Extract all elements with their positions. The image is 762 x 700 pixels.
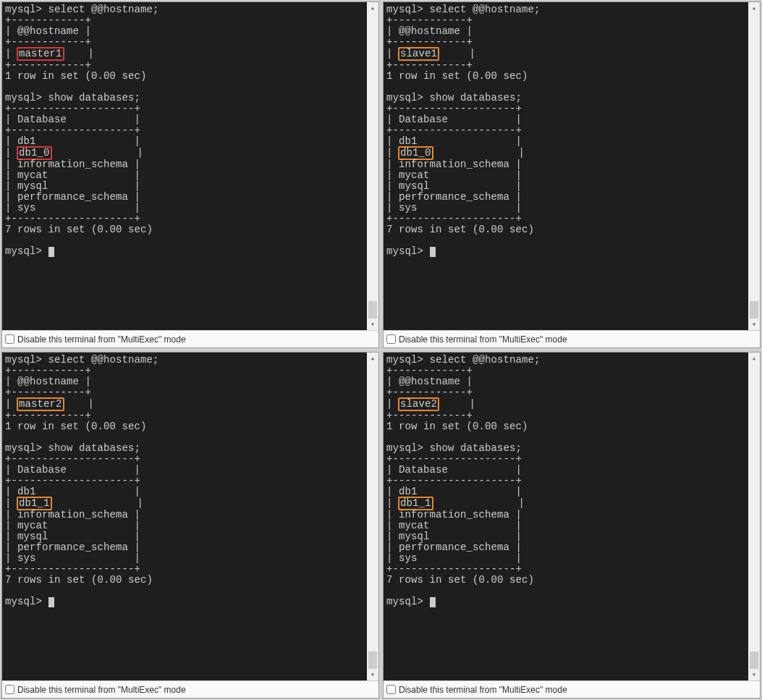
disable-multiexec-checkbox[interactable] (386, 334, 396, 344)
scroll-up-icon[interactable]: ▴ (748, 2, 760, 14)
db-row: performance_schema (17, 541, 128, 553)
hostname-value: slave2 (398, 397, 439, 411)
db-row: performance_schema (399, 541, 509, 553)
result-summary: 1 row in set (0.00 sec) (386, 421, 528, 432)
db-row: sys (399, 552, 418, 564)
result-summary: 7 rows in set (0.00 sec) (386, 574, 534, 586)
cmd: select @@hostname; (430, 4, 541, 15)
scroll-down-icon[interactable]: ▾ (748, 319, 760, 330)
db-row: sys (399, 202, 418, 214)
cursor-icon (48, 597, 54, 607)
result-summary: 7 rows in set (0.00 sec) (5, 574, 153, 586)
db-row: information_schema (17, 509, 128, 520)
col-header: @@hostname (399, 376, 460, 387)
terminal-panel-4: mysql> select @@hostname; +------------+… (383, 352, 761, 699)
cmd: select @@hostname; (430, 354, 541, 366)
scroll-thumb[interactable] (750, 301, 758, 319)
col-header: @@hostname (17, 376, 79, 387)
panel-footer: Disable this terminal from "MultiExec" m… (2, 330, 378, 347)
cursor-icon (48, 247, 54, 257)
vertical-scrollbar[interactable]: ▴ ▾ (748, 353, 760, 680)
db-row: db1 (399, 486, 418, 497)
vertical-scrollbar[interactable]: ▴ ▾ (367, 353, 378, 680)
scroll-thumb[interactable] (368, 301, 377, 319)
db-row: mycat (17, 520, 48, 531)
hostname-value: slave1 (398, 47, 439, 61)
panel-footer: Disable this terminal from "MultiExec" m… (384, 680, 760, 698)
vertical-scrollbar[interactable]: ▴ ▾ (367, 2, 378, 330)
prompt: mysql> (5, 354, 42, 366)
prompt: mysql> (5, 442, 42, 454)
hostname-value: master1 (17, 47, 64, 61)
prompt: mysql> (386, 442, 423, 454)
scroll-track[interactable] (748, 364, 760, 669)
db-row: information_schema (399, 159, 509, 170)
prompt: mysql> (386, 92, 423, 104)
scroll-track[interactable] (748, 14, 760, 319)
db-row: performance_schema (399, 191, 509, 203)
scroll-down-icon[interactable]: ▾ (367, 319, 378, 330)
panel-footer: Disable this terminal from "MultiExec" m… (2, 680, 378, 698)
disable-multiexec-checkbox[interactable] (386, 685, 396, 694)
cmd: show databases; (430, 92, 522, 104)
prompt: mysql> (386, 4, 423, 15)
scroll-down-icon[interactable]: ▾ (367, 669, 378, 680)
db-row: mysql (399, 180, 430, 192)
col-header: Database (17, 464, 67, 476)
db-row: db1 (399, 135, 418, 147)
scroll-thumb[interactable] (368, 651, 377, 669)
db-row: mycat (399, 169, 430, 181)
db-row: performance_schema (17, 191, 128, 203)
col-header: Database (399, 464, 448, 476)
db-row: mycat (399, 520, 430, 531)
terminal-output[interactable]: mysql> select @@hostname; +------------+… (2, 353, 367, 680)
cursor-icon (430, 247, 436, 257)
db-row: mysql (17, 531, 48, 542)
cmd: show databases; (48, 442, 141, 454)
prompt: mysql> (5, 596, 42, 607)
scroll-thumb[interactable] (750, 651, 758, 669)
prompt: mysql> (5, 4, 42, 15)
scroll-track[interactable] (367, 364, 378, 669)
prompt: mysql> (386, 354, 423, 366)
footer-label: Disable this terminal from "MultiExec" m… (399, 685, 567, 695)
db-row: mysql (399, 531, 430, 542)
col-header: @@hostname (17, 25, 79, 37)
cmd: show databases; (430, 442, 522, 454)
prompt: mysql> (5, 92, 42, 104)
result-summary: 1 row in set (0.00 sec) (5, 421, 147, 432)
db-row: mysql (17, 180, 48, 192)
vertical-scrollbar[interactable]: ▴ ▾ (748, 2, 760, 330)
terminal-output[interactable]: mysql> select @@hostname; +------------+… (384, 353, 748, 680)
cmd: show databases; (48, 92, 141, 104)
db-row: db1 (17, 486, 36, 497)
panel-footer: Disable this terminal from "MultiExec" m… (384, 330, 760, 347)
col-header: Database (399, 114, 448, 125)
result-summary: 7 rows in set (0.00 sec) (5, 224, 153, 235)
db-row: sys (17, 552, 36, 564)
hostname-value: master2 (17, 397, 64, 411)
scroll-up-icon[interactable]: ▴ (367, 353, 378, 364)
db-row: mycat (17, 169, 48, 181)
col-header: Database (17, 114, 67, 125)
cmd: select @@hostname; (48, 4, 159, 15)
terminal-panel-1: mysql> select @@hostname; +------------+… (1, 1, 379, 348)
terminal-panel-3: mysql> select @@hostname; +------------+… (1, 352, 379, 699)
scroll-up-icon[interactable]: ▴ (367, 2, 378, 14)
scroll-up-icon[interactable]: ▴ (748, 353, 760, 364)
scroll-track[interactable] (367, 14, 378, 319)
db-row: information_schema (399, 509, 509, 520)
cmd: select @@hostname; (48, 354, 159, 366)
prompt: mysql> (5, 245, 42, 257)
prompt: mysql> (386, 596, 423, 607)
disable-multiexec-checkbox[interactable] (5, 685, 14, 694)
db-row: db1 (17, 135, 36, 147)
footer-label: Disable this terminal from "MultiExec" m… (17, 685, 186, 695)
terminal-output[interactable]: mysql> select @@hostname; +------------+… (2, 2, 367, 330)
disable-multiexec-checkbox[interactable] (5, 334, 14, 344)
terminal-panel-2: mysql> select @@hostname; +------------+… (383, 1, 761, 348)
terminal-output[interactable]: mysql> select @@hostname; +------------+… (384, 2, 748, 330)
result-summary: 7 rows in set (0.00 sec) (386, 224, 534, 235)
scroll-down-icon[interactable]: ▾ (748, 669, 760, 680)
cursor-icon (430, 597, 436, 607)
